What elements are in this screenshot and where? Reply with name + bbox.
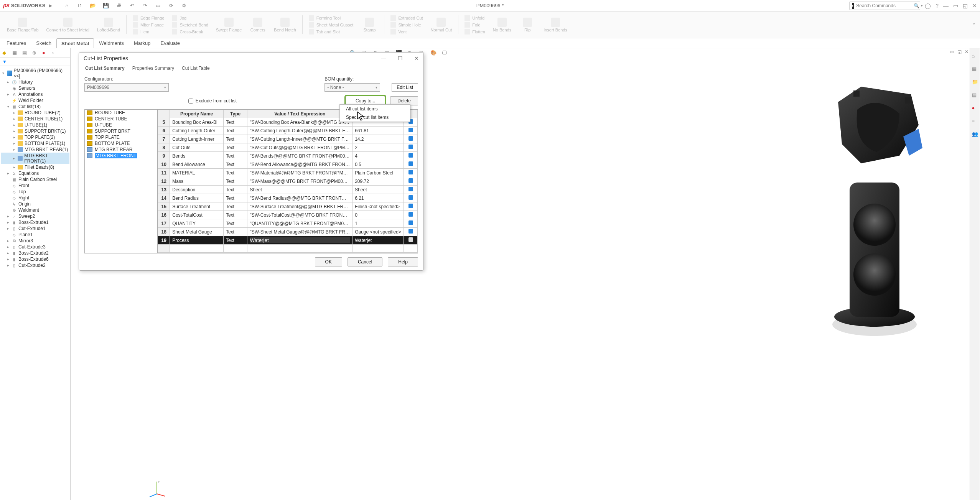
edit-list-button[interactable]: Edit List (392, 83, 418, 92)
tree-top-plate[interactable]: ▸TOP PLATE(2) (1, 134, 69, 140)
cell-type[interactable]: Text (223, 118, 247, 127)
cell-value-expr[interactable]: "SW-Cut Outs@@@MTG BRKT FRONT@PM0096 (247, 143, 352, 152)
cell-type[interactable]: Text (223, 143, 247, 152)
tp-library-icon[interactable]: ▦ (972, 66, 978, 72)
cell-link-check[interactable] (404, 169, 418, 177)
table-row[interactable]: 17QUANTITYText"QUANTITY@@@MTG BRKT FRONT… (158, 219, 418, 228)
cell-type[interactable]: Text (223, 228, 247, 236)
tree-cut-list[interactable]: ▾▦Cut list(18) (1, 104, 69, 110)
row-number[interactable]: 7 (158, 135, 170, 143)
fm-tab-dimxpert-icon[interactable]: ⊕ (32, 50, 38, 56)
table-row[interactable]: 8Cut OutsText"SW-Cut Outs@@@MTG BRKT FRO… (158, 143, 418, 152)
row-number[interactable]: 17 (158, 219, 170, 228)
tree-fillet-beads[interactable]: ▸Fillet Beads(8) (1, 164, 69, 170)
tree-material[interactable]: ▸▦Plain Carbon Steel (1, 176, 69, 183)
minimize-icon[interactable]: — (943, 3, 949, 9)
scene-icon[interactable]: 🖵 (442, 50, 448, 56)
cell-property-name[interactable]: Bounding Box Area-Bl (170, 118, 224, 127)
ribbon-collapse-icon[interactable]: ⌃ (972, 22, 976, 28)
cell-link-check[interactable] (404, 127, 418, 135)
cell-link-check[interactable] (404, 135, 418, 143)
cutlist-item[interactable]: U-TUBE (85, 122, 157, 128)
open-icon[interactable]: 📂 (90, 3, 96, 9)
row-number[interactable]: 5 (158, 118, 170, 127)
cutlist-item[interactable]: ROUND TUBE (85, 110, 157, 116)
dialog-tab-table[interactable]: Cut List Table (181, 64, 211, 73)
tree-root[interactable]: ▾PM009696 (PM009696) <<[ (1, 67, 69, 79)
cell-property-name[interactable]: Cutting Length-Outer (170, 127, 224, 135)
tab-sheet-metal[interactable]: Sheet Metal (56, 38, 94, 48)
options-icon[interactable]: ⚙ (181, 3, 187, 9)
tree-history[interactable]: ▸🕑History (1, 79, 69, 85)
print-icon[interactable]: 🖶 (116, 3, 122, 9)
cell-value-expr[interactable]: "SW-Bends@@@MTG BRKT FRONT@PM009696. (247, 152, 352, 160)
fm-tab-feature-icon[interactable]: ◆ (2, 50, 8, 56)
tree-mtg-brkt-front[interactable]: ▸MTG BRKT FRONT(1) (1, 153, 69, 164)
tree-cut-ext3[interactable]: ▸▯Cut-Extrude3 (1, 244, 69, 250)
row-number[interactable]: 16 (158, 211, 170, 219)
cell-value-expr[interactable]: "SW-Mass@@@MTG BRKT FRONT@PM009696.S (247, 177, 352, 186)
cell-property-name[interactable]: Bend Radius (170, 194, 224, 202)
tree-bottom-plate[interactable]: ▸BOTTOM PLATE(1) (1, 140, 69, 146)
home-icon[interactable]: ⌂ (64, 3, 70, 9)
new-icon[interactable]: 🗋 (77, 3, 83, 9)
tree-mirror3[interactable]: ▸⧉Mirror3 (1, 238, 69, 244)
config-select[interactable]: PM009696▾ (84, 83, 169, 92)
tree-annotations[interactable]: ▸AAnnotations (1, 91, 69, 97)
dialog-maximize-icon[interactable]: ☐ (398, 55, 403, 61)
tree-boss-ext2[interactable]: ▸▮Boss-Extrude2 (1, 250, 69, 256)
cell-value-expr[interactable]: "SW-Bounding Box Area-Blank@@@MTG BRKT F (247, 118, 352, 127)
cell-property-name[interactable]: Cost-TotalCost (170, 211, 224, 219)
cell-type[interactable]: Text (223, 236, 247, 245)
cutlist-item[interactable]: CENTER TUBE (85, 116, 157, 122)
help-button[interactable]: Help (388, 257, 418, 266)
cell-value-input[interactable] (250, 237, 350, 243)
save-icon[interactable]: 💾 (103, 3, 109, 9)
cell-property-name[interactable]: Cut Outs (170, 143, 224, 152)
appearance-icon[interactable]: 🎨 (430, 50, 436, 56)
tree-center-tube[interactable]: ▸CENTER TUBE(1) (1, 116, 69, 122)
tree-cut-ext2[interactable]: ▸▯Cut-Extrude2 (1, 262, 69, 268)
cell-value-expr[interactable] (247, 236, 352, 245)
cancel-button[interactable]: Cancel (348, 257, 382, 266)
cell-link-check[interactable] (404, 177, 418, 186)
cell-link-check[interactable] (404, 194, 418, 202)
table-row[interactable] (158, 245, 418, 253)
row-number[interactable]: 9 (158, 152, 170, 160)
cell-property-name[interactable]: Surface Treatment (170, 202, 224, 211)
row-number[interactable]: 13 (158, 186, 170, 194)
table-row[interactable]: 14Bend RadiusText"SW-Bend Radius@@@MTG B… (158, 194, 418, 202)
table-row[interactable]: 19ProcessTextWaterjet (158, 236, 418, 245)
cutlist-item[interactable]: TOP PLATE (85, 134, 157, 140)
cell-value-expr[interactable]: "SW-Cutting Length-Inner@@@MTG BRKT FRON (247, 135, 352, 143)
table-row[interactable]: 18Sheet Metal GaugeText"SW-Sheet Metal G… (158, 228, 418, 236)
search-dropdown-icon[interactable]: ▾ (921, 4, 923, 8)
cell-link-check[interactable] (404, 160, 418, 169)
col-property-name[interactable]: Property Name (170, 110, 224, 118)
ok-button[interactable]: OK (315, 257, 342, 266)
fm-tab-more-icon[interactable]: › (52, 50, 58, 56)
cutlist-item[interactable]: MTG BRKT FRONT (85, 153, 157, 159)
properties-grid[interactable]: Property Name Type Value / Text Expressi… (158, 110, 418, 253)
table-row[interactable]: 12MassText"SW-Mass@@@MTG BRKT FRONT@PM00… (158, 177, 418, 186)
exclude-checkbox[interactable]: Exclude from cut list (188, 98, 237, 104)
col-type[interactable]: Type (223, 110, 247, 118)
cell-type[interactable]: Text (223, 135, 247, 143)
cell-type[interactable]: Text (223, 127, 247, 135)
tree-top[interactable]: ▸◇Top (1, 189, 69, 195)
row-number[interactable]: 11 (158, 169, 170, 177)
dialog-tab-props[interactable]: Properties Summary (132, 64, 175, 73)
app-menu-caret[interactable]: ▶ (49, 3, 52, 8)
cell-link-check[interactable] (404, 228, 418, 236)
fm-tab-display-icon[interactable]: ● (42, 50, 48, 56)
cell-link-check[interactable] (404, 219, 418, 228)
cell-property-name[interactable]: Description (170, 186, 224, 194)
table-row[interactable]: 13DescriptionTextSheetSheet (158, 186, 418, 194)
tree-front[interactable]: ▸◇Front (1, 183, 69, 189)
row-number[interactable]: 19 (158, 236, 170, 245)
cell-type[interactable]: Text (223, 177, 247, 186)
close-icon[interactable]: ✕ (972, 3, 977, 9)
tab-markup[interactable]: Markup (129, 38, 155, 48)
rebuild-icon[interactable]: ⟳ (168, 3, 174, 9)
table-row[interactable]: 10Bend AllowanceText"SW-Bend Allowance@@… (158, 160, 418, 169)
